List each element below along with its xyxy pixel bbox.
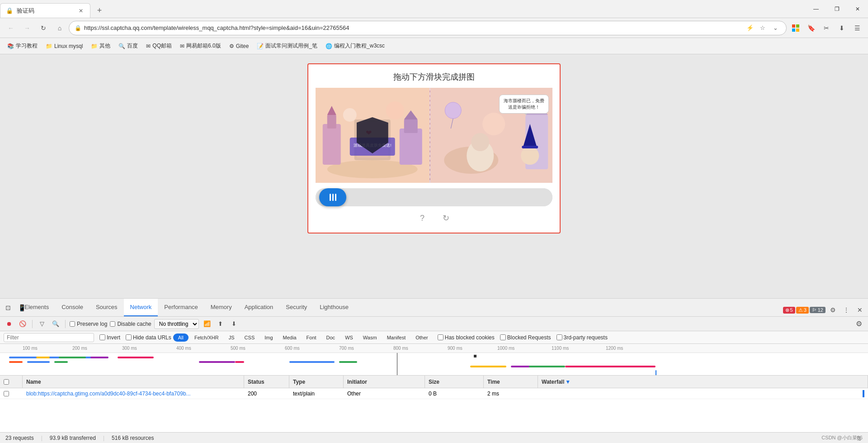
bookmark-mianshi[interactable]: 📝 面试常问测试用例_笔 bbox=[253, 40, 321, 52]
th-type[interactable]: Type bbox=[289, 376, 344, 388]
filter-img-btn[interactable]: Img bbox=[260, 333, 277, 342]
third-party-checkbox[interactable] bbox=[557, 334, 562, 340]
th-waterfall[interactable]: Waterfall ▼ bbox=[538, 376, 868, 388]
th-name[interactable]: Name bbox=[23, 376, 244, 388]
blocked-requests-label[interactable]: Blocked Requests bbox=[500, 334, 551, 341]
bookmark-xuexijiaocheng[interactable]: 📚 学习教程 bbox=[4, 40, 41, 52]
back-button[interactable]: ← bbox=[4, 21, 18, 35]
new-tab-button[interactable]: + bbox=[92, 3, 107, 18]
filter-doc-btn[interactable]: Doc bbox=[322, 333, 340, 342]
tab-performance[interactable]: Performance bbox=[158, 299, 204, 316]
filter-ws-btn[interactable]: WS bbox=[341, 333, 357, 342]
error-count-badge[interactable]: ⊗ 5 bbox=[783, 307, 795, 314]
timeline-bar-15 bbox=[529, 366, 565, 367]
record-button[interactable]: ⏺ bbox=[4, 319, 14, 329]
tab-favicon: 🔒 bbox=[6, 7, 13, 14]
scissors-icon[interactable]: ✂ bbox=[819, 21, 834, 35]
slider-handle[interactable] bbox=[319, 188, 346, 206]
th-time[interactable]: Time bbox=[484, 376, 538, 388]
network-settings-icon[interactable]: ⚙ bbox=[854, 319, 864, 329]
row-checkbox[interactable] bbox=[4, 391, 9, 396]
search-button[interactable]: 🔍 bbox=[50, 319, 61, 329]
collections-icon[interactable]: 🔖 bbox=[804, 21, 818, 35]
refresh-button[interactable]: ↻ bbox=[439, 211, 453, 225]
lightning-icon[interactable]: ⚡ bbox=[745, 23, 755, 33]
filter-other-btn[interactable]: Other bbox=[411, 333, 432, 342]
menu-icon[interactable]: ☰ bbox=[850, 21, 864, 35]
download-button[interactable]: ⬇ bbox=[229, 319, 240, 329]
has-blocked-cookies-checkbox[interactable] bbox=[438, 334, 443, 340]
windows-icon[interactable] bbox=[788, 21, 803, 35]
th-status[interactable]: Status bbox=[244, 376, 289, 388]
chevron-down-icon[interactable]: ⌄ bbox=[770, 23, 781, 33]
restore-button[interactable]: ❐ bbox=[826, 0, 847, 18]
minimize-button[interactable]: — bbox=[806, 0, 826, 18]
blocked-requests-checkbox[interactable] bbox=[500, 334, 506, 340]
close-button[interactable]: ✕ bbox=[847, 0, 868, 18]
bookmark-linuxmysql[interactable]: 📁 Linux mysql bbox=[42, 41, 86, 51]
tab-security[interactable]: Security bbox=[279, 299, 313, 316]
forward-button[interactable]: → bbox=[20, 21, 34, 35]
td-initiator: Other bbox=[344, 388, 425, 399]
home-button[interactable]: ⌂ bbox=[52, 21, 67, 35]
bookmark-wangyi[interactable]: ✉ 网易邮箱6.0版 bbox=[176, 40, 225, 52]
th-size[interactable]: Size bbox=[425, 376, 484, 388]
device-icon[interactable]: 📱 bbox=[15, 301, 28, 314]
svg-rect-7 bbox=[327, 115, 336, 129]
tab-sources[interactable]: Sources bbox=[90, 299, 124, 316]
filter-css-btn[interactable]: CSS bbox=[241, 333, 259, 342]
bookmark-qqmail[interactable]: ✉ QQ邮箱 bbox=[142, 40, 175, 52]
slider-area[interactable] bbox=[316, 188, 552, 206]
download-icon[interactable]: ⬇ bbox=[835, 21, 849, 35]
help-button[interactable]: ? bbox=[415, 211, 429, 225]
tab-lighthouse[interactable]: Lighthouse bbox=[313, 299, 355, 316]
th-waterfall-label: Waterfall bbox=[542, 379, 564, 385]
filter-font-btn[interactable]: Font bbox=[302, 333, 321, 342]
more-icon[interactable]: ⋮ bbox=[840, 304, 853, 316]
select-all-checkbox[interactable] bbox=[4, 379, 9, 385]
reload-button[interactable]: ↻ bbox=[36, 21, 51, 35]
th-initiator[interactable]: Initiator bbox=[344, 376, 425, 388]
bookmark-gitee[interactable]: ⚙ Gitee bbox=[226, 41, 253, 51]
upload-button[interactable]: ⬆ bbox=[215, 319, 226, 329]
disable-cache-checkbox[interactable] bbox=[110, 321, 115, 327]
inspect-icon[interactable]: ⊡ bbox=[2, 301, 14, 314]
td-checkbox[interactable] bbox=[0, 388, 23, 399]
filter-js-btn[interactable]: JS bbox=[225, 333, 239, 342]
tab-application[interactable]: Application bbox=[238, 299, 280, 316]
tab-memory[interactable]: Memory bbox=[204, 299, 238, 316]
hide-data-urls-label[interactable]: Hide data URLs bbox=[126, 334, 171, 341]
settings-icon[interactable]: ⚙ bbox=[826, 304, 839, 316]
filter-input[interactable] bbox=[4, 333, 94, 342]
filter-fetch-xhr-btn[interactable]: Fetch/XHR bbox=[190, 333, 223, 342]
preserve-log-checkbox[interactable] bbox=[70, 321, 75, 327]
address-bar[interactable]: 🔒 https://ssl.captcha.qq.com/template/wi… bbox=[69, 21, 787, 35]
filter-manifest-btn[interactable]: Manifest bbox=[383, 333, 410, 342]
invert-checkbox[interactable] bbox=[99, 334, 105, 340]
filter-all-btn[interactable]: All bbox=[173, 333, 189, 342]
info-count-badge[interactable]: 🏳 12 bbox=[810, 307, 826, 313]
filter-wasm-btn[interactable]: Wasm bbox=[359, 333, 381, 342]
invert-checkbox-label[interactable]: Invert bbox=[99, 334, 120, 341]
has-blocked-cookies-label[interactable]: Has blocked cookies bbox=[438, 334, 495, 341]
table-row[interactable]: blob:https://captcha.gtimg.com/a0d9dc40-… bbox=[0, 388, 868, 399]
tab-console[interactable]: Console bbox=[55, 299, 90, 316]
third-party-label[interactable]: 3rd-party requests bbox=[557, 334, 608, 341]
tab-close-button[interactable]: ✕ bbox=[77, 7, 85, 14]
bookmark-qita[interactable]: 📁 其他 bbox=[87, 40, 114, 52]
devtools-close-icon[interactable]: ✕ bbox=[854, 304, 866, 316]
active-tab[interactable]: 🔒 验证码 ✕ bbox=[0, 3, 90, 18]
disable-cache-label[interactable]: Disable cache bbox=[110, 321, 151, 327]
star-icon[interactable]: ☆ bbox=[757, 23, 768, 33]
preserve-log-label[interactable]: Preserve log bbox=[70, 321, 107, 327]
td-size: 0 B bbox=[425, 388, 484, 399]
stop-button[interactable]: 🚫 bbox=[17, 319, 28, 329]
filter-media-btn[interactable]: Media bbox=[279, 333, 301, 342]
bookmark-biancheng[interactable]: 🌐 编程入门教程_w3csc bbox=[322, 40, 388, 52]
filter-button[interactable]: ▽ bbox=[37, 319, 47, 329]
hide-data-urls-checkbox[interactable] bbox=[126, 334, 132, 340]
bookmark-baidu[interactable]: 🔍 百度 bbox=[115, 40, 142, 52]
warn-count-badge[interactable]: ⚠ 3 bbox=[796, 307, 809, 314]
throttle-select[interactable]: No throttling bbox=[154, 319, 199, 329]
tab-network[interactable]: Network bbox=[124, 299, 158, 316]
